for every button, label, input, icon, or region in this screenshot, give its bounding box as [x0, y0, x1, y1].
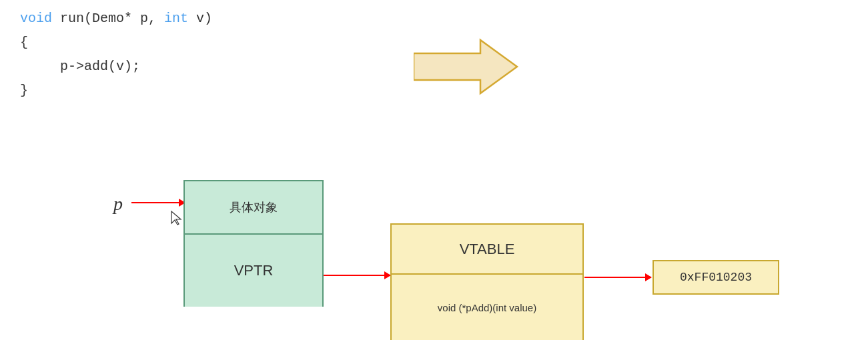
- func-to-addr-arrow: [584, 277, 651, 278]
- vptr-to-vtable-arrow: [324, 275, 390, 276]
- p-pointer-label: p: [113, 193, 123, 215]
- code-line-3: p->add(v);: [60, 55, 212, 79]
- concrete-object-box: 具体对象 VPTR: [183, 180, 324, 307]
- address-box: 0xFF010203: [653, 260, 779, 295]
- p-to-object-arrow: [131, 202, 185, 203]
- address-value: 0xFF010203: [680, 271, 752, 284]
- diagram-container: p 具体对象 VPTR VTABLE void (*pAdd)(int valu…: [67, 180, 801, 353]
- transition-arrow: [414, 37, 520, 97]
- concrete-object-label: 具体对象: [185, 181, 322, 235]
- code-block: void run(Demo* p, int v) { p->add(v); }: [20, 7, 212, 103]
- func-ptr-cell: void (*pAdd)(int value): [392, 275, 582, 340]
- svg-marker-0: [414, 40, 517, 93]
- func-ptr-label: void (*pAdd)(int value): [438, 302, 536, 313]
- code-line-2: {: [20, 31, 212, 55]
- code-line-4: }: [20, 79, 212, 103]
- int-keyword: int: [164, 11, 188, 26]
- vtable-label: VTABLE: [392, 225, 582, 275]
- vtable-box: VTABLE void (*pAdd)(int value): [390, 223, 584, 340]
- void-keyword: void: [20, 11, 52, 26]
- code-line1-rest: run(Demo* p,: [60, 11, 164, 26]
- vptr-label: VPTR: [234, 262, 274, 279]
- vptr-cell: VPTR: [185, 235, 322, 307]
- code-line-1: void run(Demo* p, int v): [20, 7, 212, 31]
- code-line1-end: v): [196, 11, 212, 26]
